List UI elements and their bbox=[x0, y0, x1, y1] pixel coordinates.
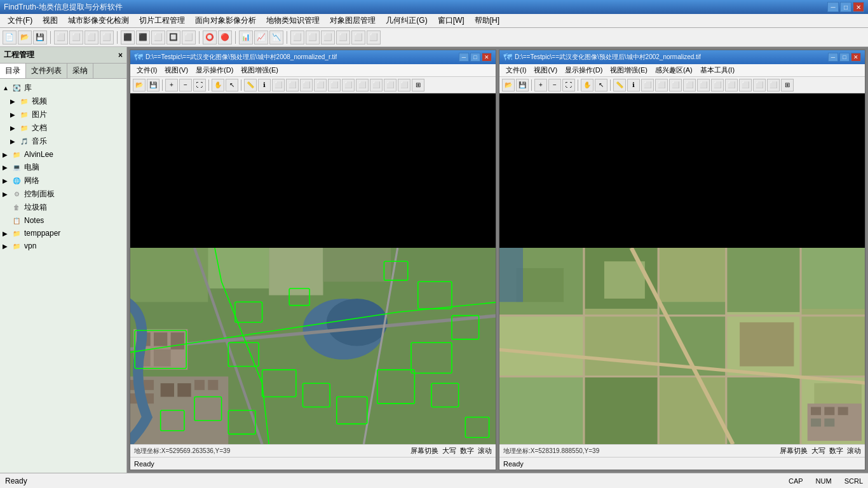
tb-btn10[interactable]: ⭕ bbox=[203, 30, 217, 44]
tb-btn9[interactable]: ⬜ bbox=[182, 30, 196, 44]
img-tb-zoom-in-2[interactable]: + bbox=[534, 79, 547, 92]
menu-window[interactable]: 窗口[W] bbox=[433, 14, 470, 27]
tb-btn17[interactable]: ⬜ bbox=[321, 30, 335, 44]
tb-btn4[interactable]: ⬜ bbox=[100, 30, 114, 44]
img-tb-fit-2[interactable]: ⛶ bbox=[562, 79, 575, 92]
tree-item-notes[interactable]: 📋 Notes bbox=[0, 214, 126, 227]
tree-item-vpn[interactable]: ▶ 📁 vpn bbox=[0, 240, 126, 252]
img-canvas-1[interactable] bbox=[130, 93, 496, 444]
img-tb-open-1[interactable]: 📂 bbox=[133, 79, 146, 92]
tb-new[interactable]: 📄 bbox=[3, 30, 17, 44]
num-label-2[interactable]: 数字 bbox=[829, 446, 843, 456]
img-maximize-1[interactable]: □ bbox=[470, 53, 480, 62]
tree-item-network[interactable]: ▶ 🌐 网络 bbox=[0, 174, 126, 187]
tb-btn2[interactable]: ⬜ bbox=[69, 30, 83, 44]
tb-btn13[interactable]: 📈 bbox=[254, 30, 268, 44]
img-tb-grid-1[interactable]: ⊞ bbox=[412, 79, 424, 92]
img-tb-select-2[interactable]: ↖ bbox=[595, 79, 607, 92]
img-tb-btn-j2[interactable]: ⬜ bbox=[767, 79, 780, 92]
img-close-2[interactable]: ✕ bbox=[851, 53, 861, 62]
screen-switch-2[interactable]: 屏幕切换 bbox=[780, 446, 808, 456]
img-tb-measure-1[interactable]: 📏 bbox=[244, 79, 257, 92]
tb-btn6[interactable]: ⬛ bbox=[136, 30, 150, 44]
img-menu-enhance-1[interactable]: 视图增强(E) bbox=[237, 65, 282, 76]
tb-btn19[interactable]: ⬜ bbox=[351, 30, 365, 44]
img-tb-btn-c2[interactable]: ⬜ bbox=[669, 79, 682, 92]
img-tb-save-2[interactable]: 💾 bbox=[516, 79, 529, 92]
img-tb-info-1[interactable]: ℹ bbox=[258, 79, 271, 92]
img-tb-btn-h2[interactable]: ⬜ bbox=[739, 79, 752, 92]
menu-geo-correct[interactable]: 几何纠正(G) bbox=[381, 14, 432, 27]
img-tb-btn-j[interactable]: ⬜ bbox=[398, 79, 410, 92]
tab-collect[interactable]: 采纳 bbox=[67, 64, 93, 78]
cap-label-2[interactable]: 大写 bbox=[811, 446, 825, 456]
img-menu-view-2[interactable]: 视图(V) bbox=[530, 65, 561, 76]
img-menu-file-2[interactable]: 文件(I) bbox=[502, 65, 530, 76]
img-close-1[interactable]: ✕ bbox=[482, 53, 492, 62]
tree-item-doc[interactable]: ▶ 📁 文档 bbox=[0, 121, 126, 135]
cap-label-1[interactable]: 大写 bbox=[442, 446, 456, 456]
img-tb-btn-c[interactable]: ⬜ bbox=[300, 79, 313, 92]
img-menu-display-2[interactable]: 显示操作(D) bbox=[561, 65, 606, 76]
tb-btn3[interactable]: ⬜ bbox=[85, 30, 98, 44]
maximize-button[interactable]: □ bbox=[840, 2, 851, 12]
img-tb-info-2[interactable]: ℹ bbox=[627, 79, 640, 92]
tree-item-temppaper[interactable]: ▶ 📁 temppaper bbox=[0, 227, 126, 240]
img-menu-view-1[interactable]: 视图(V) bbox=[161, 65, 192, 76]
scroll-label-2[interactable]: 滚动 bbox=[847, 446, 861, 456]
tb-btn5[interactable]: ⬛ bbox=[121, 30, 135, 44]
img-tb-zoom-in-1[interactable]: + bbox=[165, 79, 178, 92]
screen-switch-1[interactable]: 屏幕切换 bbox=[410, 446, 438, 456]
tb-btn18[interactable]: ⬜ bbox=[336, 30, 350, 44]
tab-file-list[interactable]: 文件列表 bbox=[26, 64, 67, 78]
tb-open[interactable]: 📂 bbox=[18, 30, 32, 44]
img-tb-zoom-out-1[interactable]: − bbox=[179, 79, 192, 92]
img-canvas-2[interactable] bbox=[499, 93, 865, 444]
menu-view[interactable]: 视图 bbox=[37, 14, 63, 27]
img-tb-btn-e[interactable]: ⬜ bbox=[328, 79, 341, 92]
img-menu-file-1[interactable]: 文件(I) bbox=[133, 65, 161, 76]
tree-item-computer[interactable]: ▶ 💻 电脑 bbox=[0, 161, 126, 174]
tb-btn12[interactable]: 📊 bbox=[239, 30, 253, 44]
img-tb-btn-f[interactable]: ⬜ bbox=[342, 79, 355, 92]
img-tb-btn-b2[interactable]: ⬜ bbox=[655, 79, 668, 92]
img-tb-btn-g2[interactable]: ⬜ bbox=[725, 79, 738, 92]
img-tb-btn-a2[interactable]: ⬜ bbox=[641, 79, 654, 92]
img-tb-btn-h[interactable]: ⬜ bbox=[370, 79, 383, 92]
panel-close-btn[interactable]: × bbox=[118, 51, 123, 60]
tree-item-controlpanel[interactable]: ▶ ⚙ 控制面板 bbox=[0, 187, 126, 201]
img-menu-display-1[interactable]: 显示操作(D) bbox=[192, 65, 237, 76]
img-tb-open-2[interactable]: 📂 bbox=[502, 79, 515, 92]
num-label-1[interactable]: 数字 bbox=[460, 446, 474, 456]
tree-item-alvinlee[interactable]: ▶ 📁 AlvinLee bbox=[0, 148, 126, 161]
img-menu-roi-2[interactable]: 感兴趣区(A) bbox=[651, 65, 696, 76]
img-tb-pan-1[interactable]: ✋ bbox=[212, 79, 224, 92]
img-menu-enhance-2[interactable]: 视图增强(E) bbox=[606, 65, 651, 76]
tree-item-trash[interactable]: 🗑 垃圾箱 bbox=[0, 201, 126, 214]
img-tb-btn-i2[interactable]: ⬜ bbox=[753, 79, 766, 92]
img-tb-btn-a[interactable]: ⬜ bbox=[272, 79, 285, 92]
img-tb-zoom-out-2[interactable]: − bbox=[548, 79, 561, 92]
menu-slice[interactable]: 切片工程管理 bbox=[134, 14, 190, 27]
img-minimize-2[interactable]: ─ bbox=[828, 53, 838, 62]
tb-btn1[interactable]: ⬜ bbox=[54, 30, 68, 44]
img-minimize-1[interactable]: ─ bbox=[459, 53, 469, 62]
img-maximize-2[interactable]: □ bbox=[839, 53, 850, 62]
tb-btn16[interactable]: ⬜ bbox=[306, 30, 320, 44]
tree-item-library[interactable]: ▲ 💽 库 bbox=[0, 81, 126, 95]
tb-btn8[interactable]: 🔲 bbox=[166, 30, 180, 44]
img-tb-btn-d[interactable]: ⬜ bbox=[314, 79, 327, 92]
menu-urban-change[interactable]: 城市影像变化检测 bbox=[63, 14, 134, 27]
tb-btn14[interactable]: 📉 bbox=[269, 30, 283, 44]
menu-file[interactable]: 文件(F) bbox=[3, 14, 37, 27]
tb-btn7[interactable]: ⬜ bbox=[151, 30, 165, 44]
tree-item-video[interactable]: ▶ 📁 视频 bbox=[0, 95, 126, 108]
tree-item-photo[interactable]: ▶ 📁 图片 bbox=[0, 108, 126, 121]
tree-item-music[interactable]: ▶ 🎵 音乐 bbox=[0, 135, 126, 148]
img-tb-btn-f2[interactable]: ⬜ bbox=[711, 79, 724, 92]
menu-object-layer[interactable]: 对象图层管理 bbox=[325, 14, 381, 27]
img-tb-btn-b[interactable]: ⬜ bbox=[286, 79, 299, 92]
img-tb-measure-2[interactable]: 📏 bbox=[613, 79, 626, 92]
img-tb-fit-1[interactable]: ⛶ bbox=[193, 79, 206, 92]
img-tb-grid-2[interactable]: ⊞ bbox=[781, 79, 794, 92]
